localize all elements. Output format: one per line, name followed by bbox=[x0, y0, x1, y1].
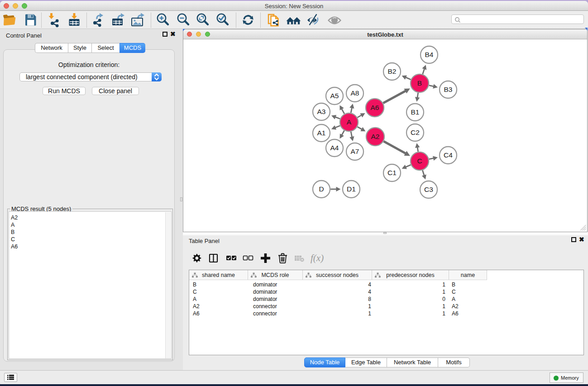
svg-text:C: C bbox=[417, 157, 422, 165]
svg-text:D: D bbox=[319, 185, 324, 193]
svg-text:A7: A7 bbox=[351, 148, 359, 155]
svg-text:A1: A1 bbox=[317, 129, 326, 137]
svg-text:B: B bbox=[417, 79, 422, 87]
svg-text:C4: C4 bbox=[444, 151, 453, 159]
svg-text:A6: A6 bbox=[371, 104, 379, 111]
svg-text:A8: A8 bbox=[351, 89, 359, 97]
svg-text:A3: A3 bbox=[317, 108, 326, 115]
svg-text:B1: B1 bbox=[411, 108, 420, 116]
svg-text:A4: A4 bbox=[330, 144, 339, 152]
svg-text:B4: B4 bbox=[425, 51, 434, 58]
svg-text:A: A bbox=[347, 118, 352, 126]
svg-text:C3: C3 bbox=[424, 186, 433, 193]
svg-text:D1: D1 bbox=[347, 185, 356, 193]
svg-text:B3: B3 bbox=[444, 86, 453, 93]
svg-text:C2: C2 bbox=[411, 129, 420, 136]
svg-text:A5: A5 bbox=[330, 92, 339, 100]
svg-text:B2: B2 bbox=[388, 67, 397, 75]
svg-text:C1: C1 bbox=[387, 169, 397, 176]
svg-text:A2: A2 bbox=[371, 133, 380, 140]
